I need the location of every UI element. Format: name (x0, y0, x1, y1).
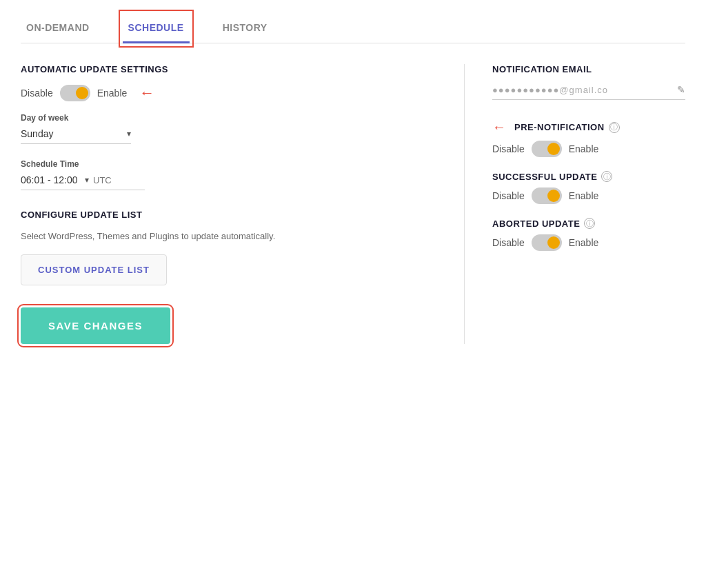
pre-notification-toggle[interactable] (532, 141, 562, 157)
pre-notif-disable-label: Disable (492, 143, 525, 154)
schedule-time-chevron: ▾ (85, 175, 89, 185)
email-value: ●●●●●●●●●●●@gmail.co (492, 85, 672, 95)
aborted-notif-title-row: ABORTED UPDATE ⓘ (492, 218, 685, 229)
pre-notification-title: PRE-NOTIFICATION (514, 122, 605, 132)
success-thumb (547, 190, 560, 202)
notification-email-title: NOTIFICATION EMAIL (492, 64, 685, 74)
pre-notif-thumb (547, 143, 560, 155)
toggle-thumb (76, 87, 88, 99)
success-disable-label: Disable (492, 190, 525, 201)
custom-update-list-button[interactable]: CUSTOM UPDATE LIST (21, 254, 167, 285)
pre-notification-section: ← PRE-NOTIFICATION ⓘ Disable Enable (492, 119, 685, 157)
auto-update-toggle[interactable] (60, 85, 90, 101)
day-of-week-select-row: Sunday Monday Tuesday Wednesday Thursday… (21, 128, 131, 144)
arrow-annotation-enable: ← (139, 84, 154, 102)
aborted-disable-label: Disable (492, 237, 525, 248)
timezone-label: UTC (93, 175, 112, 185)
save-changes-button[interactable]: SAVE CHANGES (21, 307, 170, 344)
aborted-update-toggle-row: Disable Enable (492, 234, 685, 251)
notification-email-section: NOTIFICATION EMAIL ●●●●●●●●●●●@gmail.co … (492, 64, 685, 100)
day-of-week-select[interactable]: Sunday Monday Tuesday Wednesday Thursday… (21, 128, 124, 139)
pre-notification-info-icon[interactable]: ⓘ (609, 122, 620, 133)
successful-update-toggle-row: Disable Enable (492, 187, 685, 204)
auto-update-toggle-row: Disable Enable ← (21, 84, 436, 102)
save-section: SAVE CHANGES (21, 307, 436, 344)
day-of-week-group: Day of week Sunday Monday Tuesday Wednes… (21, 113, 436, 144)
success-enable-label: Enable (569, 190, 599, 201)
aborted-update-info-icon[interactable]: ⓘ (584, 218, 595, 229)
left-panel: AUTOMATIC UPDATE SETTINGS Disable Enable… (21, 64, 465, 344)
tabs-nav: ON-DEMAND SCHEDULE HISTORY (21, 14, 685, 43)
configure-update-section: CONFIGURE UPDATE LIST Select WordPress, … (21, 210, 436, 285)
schedule-time-group: Schedule Time 06:01 - 12:00 00:01 - 06:0… (21, 159, 436, 190)
aborted-update-section: ABORTED UPDATE ⓘ Disable Enable (492, 218, 685, 251)
aborted-update-title: ABORTED UPDATE (492, 219, 580, 229)
aborted-enable-label: Enable (569, 237, 599, 248)
successful-update-toggle[interactable] (532, 187, 562, 204)
auto-update-disable-label: Disable (21, 88, 53, 99)
auto-update-enable-label: Enable (97, 88, 128, 99)
auto-update-title: AUTOMATIC UPDATE SETTINGS (21, 64, 436, 74)
tab-history[interactable]: HISTORY (217, 14, 273, 43)
day-of-week-label: Day of week (21, 113, 436, 123)
aborted-thumb (547, 236, 560, 249)
schedule-time-row: 06:01 - 12:00 00:01 - 06:00 12:01 - 18:0… (21, 174, 145, 190)
edit-email-icon[interactable]: ✎ (677, 84, 685, 95)
successful-update-info-icon[interactable]: ⓘ (601, 171, 612, 182)
success-notif-title-row: SUCCESSFUL UPDATE ⓘ (492, 171, 685, 182)
successful-update-title: SUCCESSFUL UPDATE (492, 172, 597, 182)
configure-description: Select WordPress, Themes and Plugins to … (21, 230, 436, 243)
aborted-update-toggle[interactable] (532, 234, 562, 251)
schedule-time-select[interactable]: 06:01 - 12:00 00:01 - 06:00 12:01 - 18:0… (21, 174, 78, 185)
pre-notif-enable-label: Enable (569, 143, 599, 154)
configure-title: CONFIGURE UPDATE LIST (21, 210, 436, 220)
email-row: ●●●●●●●●●●●@gmail.co ✎ (492, 84, 685, 100)
day-of-week-chevron: ▾ (127, 129, 131, 139)
right-panel: NOTIFICATION EMAIL ●●●●●●●●●●●@gmail.co … (465, 64, 685, 344)
tab-on-demand[interactable]: ON-DEMAND (21, 14, 95, 43)
pre-notification-toggle-row: Disable Enable (492, 141, 685, 157)
tab-schedule[interactable]: SCHEDULE (123, 14, 190, 43)
pre-notif-arrow: ← (492, 119, 506, 135)
pre-notif-title-row: ← PRE-NOTIFICATION ⓘ (492, 119, 685, 135)
main-layout: AUTOMATIC UPDATE SETTINGS Disable Enable… (21, 64, 685, 344)
schedule-time-label: Schedule Time (21, 159, 436, 169)
successful-update-section: SUCCESSFUL UPDATE ⓘ Disable Enable (492, 171, 685, 204)
